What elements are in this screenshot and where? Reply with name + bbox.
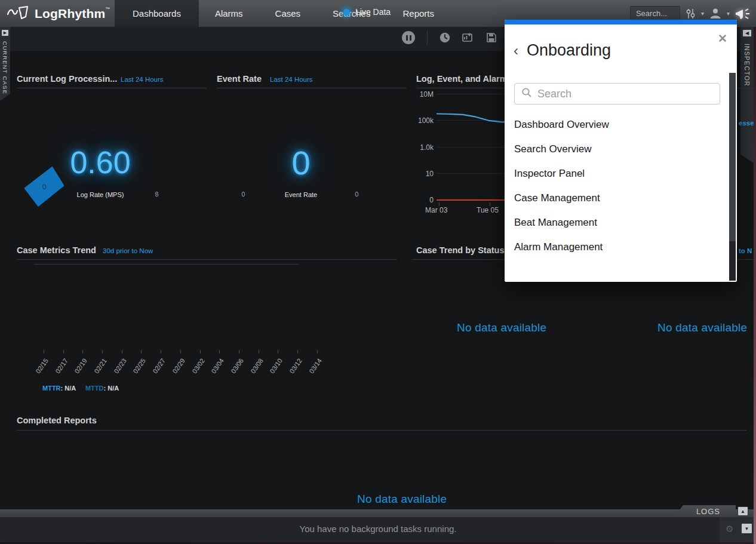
log-rate-label: Log Rate (MPS) xyxy=(70,191,130,198)
gauge-min-label: 0 xyxy=(41,182,47,191)
onboarding-list: Dashboard Overview Search Overview Inspe… xyxy=(505,112,720,259)
live-data-label: Live Data xyxy=(355,7,391,17)
current-case-label: CURRENT CASE xyxy=(2,41,8,94)
tickmark xyxy=(44,350,44,354)
expand-current-case-icon[interactable]: ▶ xyxy=(1,29,9,36)
global-search-input[interactable]: Search... xyxy=(630,6,680,21)
tab-reports[interactable]: Reports xyxy=(386,0,450,27)
widget-title-activity: Log, Event, and Alarm xyxy=(416,74,508,84)
activity-chart-lines xyxy=(437,92,515,202)
background-tasks-message: You have no background tasks running. xyxy=(0,524,756,534)
divider xyxy=(17,430,746,431)
event-rate-label: Event Rate xyxy=(271,191,331,198)
tickmark xyxy=(180,350,181,354)
x-tick-label: Mar 03 xyxy=(425,206,447,214)
onboarding-header: ‹ Onboarding ✕ xyxy=(505,24,737,73)
date-label: 02/29 xyxy=(167,357,186,381)
onboarding-item-inspector-panel[interactable]: Inspector Panel xyxy=(505,161,720,186)
tickmark xyxy=(200,350,201,354)
onboarding-item-dashboard-overview[interactable]: Dashboard Overview xyxy=(505,112,720,137)
onboarding-scrollbar-track[interactable] xyxy=(729,73,736,281)
onboarding-panel: ‹ Onboarding ✕ Dashboard Overview Search… xyxy=(505,20,737,282)
date-label: 02/21 xyxy=(88,357,108,381)
collapse-inspector-icon[interactable]: ◀ xyxy=(742,29,752,37)
toolbar-divider xyxy=(427,30,428,45)
brand-name: LogRhythm™ xyxy=(35,7,110,21)
divider xyxy=(17,259,397,260)
right-widget-fragment: esse xyxy=(739,119,754,127)
time-range-clock-icon[interactable] xyxy=(439,32,451,46)
right-widget-no-data: No data available xyxy=(657,321,747,334)
tickmark xyxy=(122,350,122,354)
logrhythm-wave-icon xyxy=(7,5,30,23)
onboarding-scrollbar-thumb[interactable] xyxy=(729,73,736,241)
tickmark xyxy=(317,350,318,354)
date-label: 02/19 xyxy=(69,357,88,381)
mttd-label: MTTD xyxy=(85,385,104,392)
mttr-label: MTTR xyxy=(42,385,61,392)
add-widget-icon[interactable] xyxy=(461,32,474,46)
live-data-dot-icon xyxy=(343,9,350,16)
user-caret-icon[interactable]: ▾ xyxy=(727,10,730,17)
onboarding-body: Dashboard Overview Search Overview Inspe… xyxy=(505,73,737,282)
widget-title-case-metrics: Case Metrics Trend xyxy=(17,245,96,255)
tab-cases[interactable]: Cases xyxy=(259,0,317,27)
date-label: 02/23 xyxy=(108,357,128,381)
onboarding-search-box[interactable] xyxy=(514,83,720,105)
widget-title-event-rate: Event Rate xyxy=(217,74,262,84)
onboarding-item-beat-management[interactable]: Beat Management xyxy=(505,210,720,235)
search-icon xyxy=(521,87,532,100)
y-tick: 10M xyxy=(413,90,434,99)
log-processing-range[interactable]: Last 24 Hours xyxy=(121,76,164,83)
save-dashboard-icon[interactable] xyxy=(485,32,497,46)
tasks-collapse-down-icon[interactable]: ▼ xyxy=(741,523,752,534)
date-label: 02/15 xyxy=(30,357,50,381)
divider xyxy=(217,88,407,88)
logs-tab-label: LOGS xyxy=(696,507,720,516)
onboarding-search-input[interactable] xyxy=(537,88,705,100)
onboarding-accent-bar xyxy=(505,20,737,24)
megaphone-icon[interactable] xyxy=(735,7,752,21)
logs-expand-up-icon[interactable]: ▲ xyxy=(737,506,748,516)
tickmark xyxy=(259,350,259,354)
log-rate-value: 0.60 xyxy=(59,145,142,180)
y-tick: 1.0k xyxy=(413,143,434,152)
live-data-indicator: Live Data xyxy=(343,0,391,24)
tickmark xyxy=(278,350,278,354)
back-chevron-icon[interactable]: ‹ xyxy=(514,45,518,57)
brand-trademark: ™ xyxy=(105,7,110,12)
filters-icon[interactable] xyxy=(685,8,696,20)
case-metrics-range[interactable]: 30d prior to Now xyxy=(103,247,153,254)
onboarding-title: Onboarding xyxy=(527,41,611,60)
case-trend-range-fragment: to N xyxy=(739,247,752,254)
main-nav-tabs: Dashboards Alarms Cases Searches Reports xyxy=(115,0,450,27)
inspector-label: INSPECTOR xyxy=(743,44,751,87)
tab-alarms[interactable]: Alarms xyxy=(199,0,259,27)
date-label: 02/27 xyxy=(147,357,167,381)
tasks-gear-icon[interactable]: ⚙ xyxy=(726,524,733,534)
y-tick: 100k xyxy=(413,116,434,125)
onboarding-item-search-overview[interactable]: Search Overview xyxy=(505,137,720,161)
onboarding-item-case-management[interactable]: Case Management xyxy=(505,186,720,210)
date-label: 02/17 xyxy=(50,357,69,381)
date-label: 03/14 xyxy=(303,357,323,381)
onboarding-item-alarm-management[interactable]: Alarm Management xyxy=(505,235,720,259)
widget-title-log-processing: Current Log Processin... xyxy=(17,74,117,84)
inspector-tab[interactable]: ◀ INSPECTOR xyxy=(740,27,754,163)
pause-button[interactable] xyxy=(402,31,415,44)
tickmark xyxy=(219,350,220,354)
logs-tab[interactable]: LOGS xyxy=(674,505,736,517)
case-trend-no-data: No data available xyxy=(457,321,546,334)
logrhythm-logo[interactable]: LogRhythm™ xyxy=(7,0,110,27)
tickmark xyxy=(161,350,161,354)
filters-caret-icon[interactable]: ▾ xyxy=(701,10,704,17)
y-tick: 0 xyxy=(413,196,434,204)
user-icon[interactable] xyxy=(709,7,722,20)
tickmark xyxy=(239,350,239,354)
y-tick: 10 xyxy=(413,170,434,178)
current-case-tab[interactable]: ▶ CURRENT CASE xyxy=(0,27,10,101)
tab-dashboards[interactable]: Dashboards xyxy=(115,0,199,27)
date-label: 03/08 xyxy=(245,357,265,381)
event-rate-range[interactable]: Last 24 Hours xyxy=(270,76,313,83)
close-icon[interactable]: ✕ xyxy=(718,32,727,45)
